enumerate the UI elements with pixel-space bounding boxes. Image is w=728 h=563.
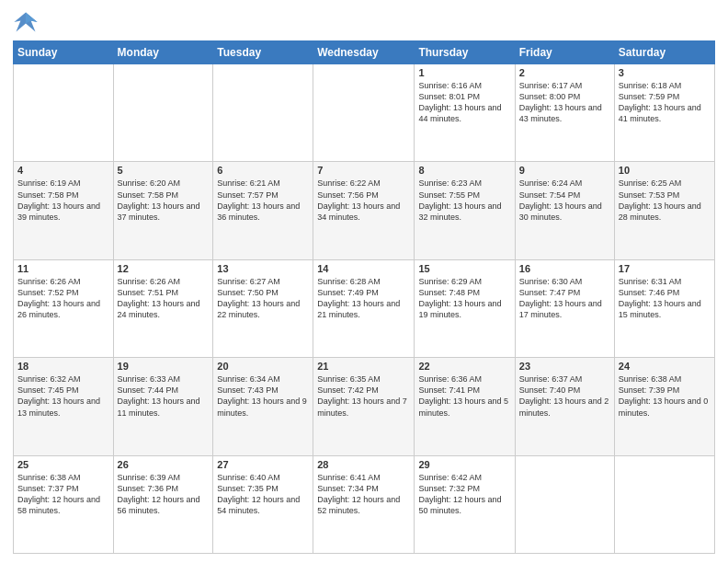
week-row-1: 1Sunrise: 6:16 AM Sunset: 8:01 PM Daylig…: [14, 64, 715, 162]
day-info: Sunrise: 6:40 AM Sunset: 7:35 PM Dayligh…: [217, 472, 309, 517]
calendar-cell: 24Sunrise: 6:38 AM Sunset: 7:39 PM Dayli…: [614, 358, 714, 455]
week-row-4: 18Sunrise: 6:32 AM Sunset: 7:45 PM Dayli…: [14, 358, 715, 455]
day-number: 4: [17, 165, 109, 176]
col-header-saturday: Saturday: [614, 41, 714, 64]
calendar-cell: 16Sunrise: 6:30 AM Sunset: 7:47 PM Dayli…: [515, 259, 614, 357]
calendar-cell: 3Sunrise: 6:18 AM Sunset: 7:59 PM Daylig…: [614, 64, 714, 162]
calendar-cell: 10Sunrise: 6:25 AM Sunset: 7:53 PM Dayli…: [614, 162, 714, 259]
week-row-3: 11Sunrise: 6:26 AM Sunset: 7:52 PM Dayli…: [14, 259, 715, 357]
day-info: Sunrise: 6:25 AM Sunset: 7:53 PM Dayligh…: [619, 178, 711, 223]
day-info: Sunrise: 6:16 AM Sunset: 8:01 PM Dayligh…: [418, 80, 510, 125]
calendar-cell: 22Sunrise: 6:36 AM Sunset: 7:41 PM Dayli…: [415, 358, 515, 455]
day-info: Sunrise: 6:41 AM Sunset: 7:34 PM Dayligh…: [317, 472, 410, 517]
calendar-cell: 25Sunrise: 6:38 AM Sunset: 7:37 PM Dayli…: [14, 455, 114, 553]
page: SundayMondayTuesdayWednesdayThursdayFrid…: [0, 0, 728, 563]
calendar-cell: [614, 455, 714, 553]
day-number: 29: [418, 459, 510, 470]
day-number: 2: [519, 67, 610, 78]
col-header-monday: Monday: [113, 41, 213, 64]
calendar-cell: 11Sunrise: 6:26 AM Sunset: 7:52 PM Dayli…: [14, 259, 114, 357]
calendar-cell: 12Sunrise: 6:26 AM Sunset: 7:51 PM Dayli…: [113, 259, 213, 357]
day-info: Sunrise: 6:26 AM Sunset: 7:52 PM Dayligh…: [17, 276, 109, 321]
day-info: Sunrise: 6:38 AM Sunset: 7:39 PM Dayligh…: [619, 373, 711, 419]
day-info: Sunrise: 6:42 AM Sunset: 7:32 PM Dayligh…: [418, 472, 510, 517]
day-number: 11: [17, 263, 109, 274]
header-row: SundayMondayTuesdayWednesdayThursdayFrid…: [14, 41, 715, 64]
day-info: Sunrise: 6:37 AM Sunset: 7:40 PM Dayligh…: [519, 373, 610, 419]
day-number: 27: [217, 459, 309, 470]
day-number: 5: [118, 165, 210, 176]
day-info: Sunrise: 6:30 AM Sunset: 7:47 PM Dayligh…: [519, 276, 610, 321]
day-info: Sunrise: 6:27 AM Sunset: 7:50 PM Dayligh…: [217, 276, 309, 321]
calendar-cell: [14, 64, 114, 162]
day-info: Sunrise: 6:36 AM Sunset: 7:41 PM Dayligh…: [418, 373, 510, 419]
svg-marker-1: [26, 13, 38, 24]
day-number: 22: [418, 361, 510, 372]
day-info: Sunrise: 6:32 AM Sunset: 7:45 PM Dayligh…: [17, 373, 109, 419]
day-info: Sunrise: 6:21 AM Sunset: 7:57 PM Dayligh…: [217, 178, 309, 223]
calendar-cell: 26Sunrise: 6:39 AM Sunset: 7:36 PM Dayli…: [113, 455, 213, 553]
day-number: 14: [317, 263, 410, 274]
calendar-cell: 8Sunrise: 6:23 AM Sunset: 7:55 PM Daylig…: [415, 162, 515, 259]
day-number: 16: [519, 263, 610, 274]
calendar-cell: [213, 64, 313, 162]
calendar-cell: 7Sunrise: 6:22 AM Sunset: 7:56 PM Daylig…: [313, 162, 415, 259]
day-number: 24: [619, 361, 711, 372]
logo: [13, 9, 42, 35]
day-info: Sunrise: 6:31 AM Sunset: 7:46 PM Dayligh…: [619, 276, 711, 321]
col-header-friday: Friday: [515, 41, 614, 64]
day-number: 8: [418, 165, 510, 176]
calendar-cell: [113, 64, 213, 162]
day-number: 23: [519, 361, 610, 372]
day-number: 6: [217, 165, 309, 176]
day-number: 17: [619, 263, 711, 274]
calendar-cell: [515, 455, 614, 553]
calendar-cell: 6Sunrise: 6:21 AM Sunset: 7:57 PM Daylig…: [213, 162, 313, 259]
day-info: Sunrise: 6:19 AM Sunset: 7:58 PM Dayligh…: [17, 178, 109, 223]
calendar-cell: 1Sunrise: 6:16 AM Sunset: 8:01 PM Daylig…: [415, 64, 515, 162]
week-row-5: 25Sunrise: 6:38 AM Sunset: 7:37 PM Dayli…: [14, 455, 715, 553]
calendar-cell: 14Sunrise: 6:28 AM Sunset: 7:49 PM Dayli…: [313, 259, 415, 357]
calendar-cell: 15Sunrise: 6:29 AM Sunset: 7:48 PM Dayli…: [415, 259, 515, 357]
col-header-wednesday: Wednesday: [313, 41, 415, 64]
day-number: 15: [418, 263, 510, 274]
calendar-cell: 9Sunrise: 6:24 AM Sunset: 7:54 PM Daylig…: [515, 162, 614, 259]
day-info: Sunrise: 6:39 AM Sunset: 7:36 PM Dayligh…: [118, 472, 210, 517]
calendar-cell: 2Sunrise: 6:17 AM Sunset: 8:00 PM Daylig…: [515, 64, 614, 162]
day-number: 19: [118, 361, 210, 372]
day-number: 13: [217, 263, 309, 274]
calendar-cell: 5Sunrise: 6:20 AM Sunset: 7:58 PM Daylig…: [113, 162, 213, 259]
day-info: Sunrise: 6:20 AM Sunset: 7:58 PM Dayligh…: [118, 178, 210, 223]
day-info: Sunrise: 6:18 AM Sunset: 7:59 PM Dayligh…: [619, 80, 711, 125]
day-number: 12: [118, 263, 210, 274]
day-number: 9: [519, 165, 610, 176]
calendar-cell: 4Sunrise: 6:19 AM Sunset: 7:58 PM Daylig…: [14, 162, 114, 259]
day-number: 28: [317, 459, 410, 470]
day-number: 10: [619, 165, 711, 176]
calendar-table: SundayMondayTuesdayWednesdayThursdayFrid…: [13, 40, 715, 554]
day-info: Sunrise: 6:22 AM Sunset: 7:56 PM Dayligh…: [317, 178, 410, 223]
day-info: Sunrise: 6:17 AM Sunset: 8:00 PM Dayligh…: [519, 80, 610, 125]
calendar-cell: 20Sunrise: 6:34 AM Sunset: 7:43 PM Dayli…: [213, 358, 313, 455]
day-number: 3: [619, 67, 711, 78]
day-info: Sunrise: 6:26 AM Sunset: 7:51 PM Dayligh…: [118, 276, 210, 321]
day-number: 1: [418, 67, 510, 78]
day-info: Sunrise: 6:34 AM Sunset: 7:43 PM Dayligh…: [217, 373, 309, 419]
logo-bird-icon: [13, 9, 39, 35]
header: [13, 9, 715, 35]
col-header-tuesday: Tuesday: [213, 41, 313, 64]
day-number: 26: [118, 459, 210, 470]
day-info: Sunrise: 6:24 AM Sunset: 7:54 PM Dayligh…: [519, 178, 610, 223]
calendar-cell: 19Sunrise: 6:33 AM Sunset: 7:44 PM Dayli…: [113, 358, 213, 455]
calendar-cell: 28Sunrise: 6:41 AM Sunset: 7:34 PM Dayli…: [313, 455, 415, 553]
col-header-sunday: Sunday: [14, 41, 114, 64]
calendar-cell: 29Sunrise: 6:42 AM Sunset: 7:32 PM Dayli…: [415, 455, 515, 553]
day-number: 20: [217, 361, 309, 372]
calendar-cell: [313, 64, 415, 162]
day-info: Sunrise: 6:33 AM Sunset: 7:44 PM Dayligh…: [118, 373, 210, 419]
calendar-cell: 23Sunrise: 6:37 AM Sunset: 7:40 PM Dayli…: [515, 358, 614, 455]
calendar-cell: 21Sunrise: 6:35 AM Sunset: 7:42 PM Dayli…: [313, 358, 415, 455]
day-number: 18: [17, 361, 109, 372]
week-row-2: 4Sunrise: 6:19 AM Sunset: 7:58 PM Daylig…: [14, 162, 715, 259]
day-number: 7: [317, 165, 410, 176]
